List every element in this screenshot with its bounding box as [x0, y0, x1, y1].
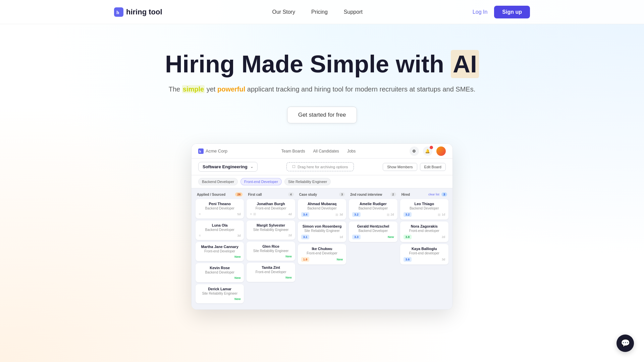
- kanban-board: Applied / Sourced 26 Peni Theano Backend…: [192, 188, 452, 309]
- login-button[interactable]: Log In: [473, 9, 487, 15]
- app-nav-jobs[interactable]: Jobs: [347, 149, 356, 154]
- navbar: h hiring tool Our Story Pricing Support …: [0, 0, 644, 24]
- card-glen-rice[interactable]: Glen Rice Site Reliability Engineer New: [247, 242, 295, 261]
- cta-button[interactable]: Get started for free: [287, 107, 357, 123]
- nav-our-story[interactable]: Our Story: [272, 9, 295, 15]
- user-avatar[interactable]: [436, 146, 446, 156]
- svg-text:h: h: [199, 149, 201, 153]
- board-name: Software Engineering: [203, 164, 248, 169]
- logo-icon: h: [114, 7, 123, 17]
- board-actions: Show Members Edit Board: [383, 163, 446, 171]
- nav-links: Our Story Pricing Support: [272, 9, 362, 15]
- card-gerald-hentzschel[interactable]: Gerald Hentzschel Backend Developer 3.3 …: [349, 222, 397, 242]
- card-ahmad-mubaraq[interactable]: Ahmad Mubaraq Backend Developer 3.4 ⊞ 3d: [298, 199, 346, 220]
- card-tanita-zint[interactable]: Tanita Zint Front-end Developer New: [247, 263, 295, 282]
- svg-text:h: h: [116, 10, 119, 15]
- kanban-col-hired: Hired clear list 3 Leo Thiago Backend De…: [399, 192, 450, 305]
- app-logo-icon: h: [198, 148, 204, 154]
- kanban-col-applied: Applied / Sourced 26 Peni Theano Backend…: [194, 192, 245, 305]
- app-logo-area: h Acme Corp: [198, 148, 227, 154]
- notification-badge: [430, 146, 433, 149]
- col-title-case-study: Case study: [299, 193, 317, 196]
- edit-board-button[interactable]: Edit Board: [420, 163, 446, 171]
- app-navigation: Team Boards All Candidates Jobs: [281, 149, 356, 154]
- archive-label: Drag here for archiving options: [298, 165, 348, 169]
- card-peni-theano[interactable]: Peni Theano Backend Developer ≡ 5d: [196, 199, 244, 219]
- app-topbar: h Acme Corp Team Boards All Candidates J…: [192, 144, 452, 159]
- col-count-case-study: 3: [339, 192, 345, 196]
- card-icon: ≡: [199, 234, 201, 237]
- filter-backend[interactable]: Backend Developer: [198, 178, 238, 185]
- kanban-col-case-study: Case study 3 Ahmad Mubaraq Backend Devel…: [297, 192, 347, 305]
- app-nav-icons: ⚙ 🔔: [410, 146, 446, 156]
- app-screenshot: h Acme Corp Team Boards All Candidates J…: [191, 143, 453, 310]
- card-amelie-rudiger[interactable]: Amelie Rudiger Backend Developer 3.2 ⊞ 2…: [349, 199, 397, 220]
- notifications-icon-btn[interactable]: 🔔: [423, 146, 432, 156]
- card-simon-rosenberg[interactable]: Simon von Rosenberg Site Reliability Eng…: [298, 222, 346, 242]
- clear-list-btn[interactable]: clear list: [428, 193, 439, 196]
- app-company-name: Acme Corp: [206, 148, 227, 154]
- col-title-first-call: First call: [248, 193, 262, 196]
- card-nora-zagorakis[interactable]: Nora Zagorakis Front-end developer 3.8 2…: [400, 222, 448, 242]
- col-title-applied: Applied / Sourced: [197, 193, 225, 196]
- nav-pricing[interactable]: Pricing: [311, 9, 328, 15]
- brand-name: hiring tool: [126, 8, 162, 16]
- card-kevin-rose[interactable]: Kevin Rose Backend Developer New: [196, 263, 244, 282]
- col-count-second-round: 2: [390, 192, 396, 196]
- filter-sre[interactable]: Site Reliability Engineer: [284, 178, 331, 185]
- powerful-highlight: powerful: [217, 85, 245, 93]
- col-count-applied: 26: [235, 192, 243, 196]
- col-header-second-round: 2nd round interview 2: [349, 192, 397, 196]
- hero-title: Hiring Made Simple with AI: [165, 51, 479, 77]
- filter-tags: Backend Developer Front-end Developer Si…: [192, 175, 452, 188]
- show-members-button[interactable]: Show Members: [383, 163, 417, 171]
- chat-icon: 💬: [621, 339, 630, 348]
- col-count-first-call: 4: [288, 192, 294, 196]
- card-margit-sylvester[interactable]: Margit Sylvester Site Reliability Engine…: [247, 221, 295, 240]
- hero-section: Hiring Made Simple with AI The simple ye…: [0, 24, 644, 323]
- col-header-applied: Applied / Sourced 26: [196, 192, 244, 196]
- signup-button[interactable]: Sign up: [494, 6, 530, 18]
- card-martha-cannary[interactable]: Martha Jane Cannary Front-end Developer …: [196, 242, 244, 261]
- card-jonathan-burgh[interactable]: Jonathan Burgh Front-end Developer ≡ ⊞ 4…: [247, 199, 295, 219]
- settings-icon-btn[interactable]: ⚙: [410, 146, 419, 156]
- simple-highlight: simple: [182, 85, 205, 93]
- card-kaya-ballioglu[interactable]: Kaya Ballioglu Front-end developer 3.6 3…: [400, 244, 448, 264]
- card-leo-thiago[interactable]: Leo Thiago Backend Developer 3.2 ⊞ 1d: [400, 199, 448, 220]
- filter-frontend[interactable]: Front-end Developer: [240, 178, 282, 185]
- board-selector[interactable]: Software Engineering ⌄: [198, 162, 258, 172]
- hero-subtitle: The simple yet powerful applicant tracki…: [169, 85, 475, 93]
- card-ike-chukwu[interactable]: Ike Chukwu Front-end Developer 1.8 New: [298, 244, 346, 264]
- col-title-hired: Hired: [401, 193, 410, 196]
- archive-drop-zone[interactable]: ☐ Drag here for archiving options: [286, 162, 354, 171]
- ai-highlight: AI: [451, 50, 479, 78]
- logo[interactable]: h hiring tool: [114, 7, 162, 17]
- app-nav-team-boards[interactable]: Team Boards: [281, 149, 305, 154]
- nav-support[interactable]: Support: [344, 9, 363, 15]
- col-title-second-round: 2nd round interview: [350, 193, 382, 196]
- card-luna-ola[interactable]: Luna Ola Backend Developer ≡ 3d: [196, 221, 244, 240]
- nav-actions: Log In Sign up: [473, 6, 530, 18]
- kanban-col-second-round: 2nd round interview 2 Amelie Rudiger Bac…: [347, 192, 398, 305]
- chat-support-button[interactable]: 💬: [616, 335, 634, 352]
- col-count-hired: 3: [441, 192, 447, 196]
- app-nav-all-candidates[interactable]: All Candidates: [313, 149, 339, 154]
- chevron-down-icon: ⌄: [250, 165, 253, 169]
- card-derick-lamar[interactable]: Derick Lamar Site Reliability Engineer N…: [196, 284, 244, 303]
- col-header-case-study: Case study 3: [298, 192, 346, 196]
- col-header-first-call: First call 4: [247, 192, 295, 196]
- board-header: Software Engineering ⌄ ☐ Drag here for a…: [192, 159, 452, 175]
- kanban-col-first-call: First call 4 Jonathan Burgh Front-end De…: [245, 192, 296, 305]
- archive-icon: ☐: [292, 165, 296, 169]
- col-header-hired: Hired clear list 3: [400, 192, 448, 196]
- card-icon: ≡: [199, 212, 201, 216]
